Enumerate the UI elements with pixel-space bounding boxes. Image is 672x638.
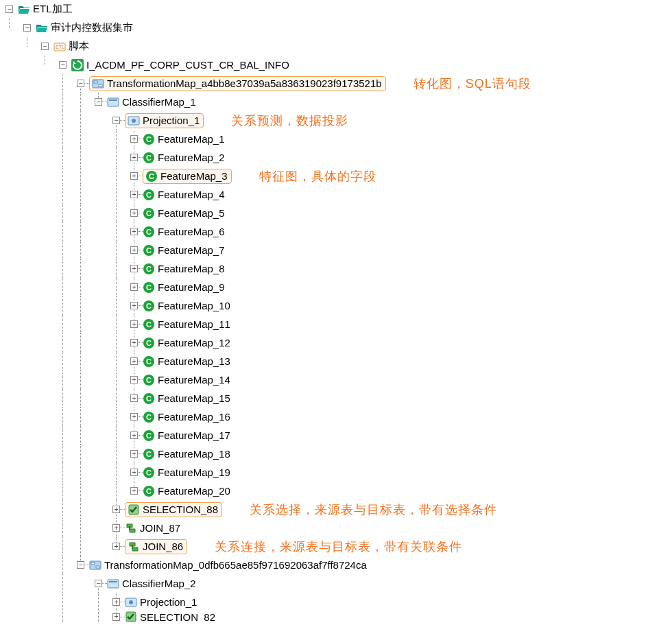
selection-icon bbox=[125, 611, 137, 622]
node-featuremap[interactable]: FeatureMap_18 bbox=[156, 448, 232, 460]
node-tmap2[interactable]: TransformationMap_0dfb665ae85f971692063a… bbox=[103, 559, 368, 571]
node-cmap2[interactable]: ClassifierMap_2 bbox=[121, 578, 197, 589]
node-featuremap[interactable]: FeatureMap_6 bbox=[156, 226, 226, 237]
node-featuremap[interactable]: FeatureMap_17 bbox=[156, 429, 232, 441]
toggle[interactable]: + bbox=[130, 283, 138, 291]
feature-icon bbox=[143, 133, 155, 145]
node-featuremap[interactable]: FeatureMap_11 bbox=[156, 318, 232, 330]
folder-open-icon bbox=[18, 3, 30, 16]
toggle[interactable]: + bbox=[112, 598, 120, 606]
toggle[interactable]: + bbox=[130, 209, 138, 217]
node-featuremap[interactable]: FeatureMap_10 bbox=[156, 300, 232, 311]
node-featuremap[interactable]: FeatureMap_3 bbox=[159, 170, 229, 182]
toggle[interactable]: + bbox=[130, 357, 138, 365]
toggle[interactable]: + bbox=[130, 191, 138, 198]
node-featuremap[interactable]: FeatureMap_8 bbox=[156, 263, 226, 274]
toggle[interactable]: + bbox=[112, 506, 120, 513]
toggle[interactable]: + bbox=[130, 394, 138, 402]
node-cmap1[interactable]: ClassifierMap_1 bbox=[121, 96, 197, 108]
node-script[interactable]: 脚本 bbox=[67, 40, 91, 53]
toggle[interactable]: + bbox=[130, 302, 138, 309]
feature-icon bbox=[143, 411, 155, 423]
toggle[interactable]: − bbox=[23, 24, 31, 32]
feature-icon bbox=[143, 244, 155, 257]
toggle[interactable]: − bbox=[77, 561, 84, 569]
toggle[interactable]: + bbox=[130, 172, 138, 180]
refresh-icon bbox=[71, 59, 84, 71]
toggle[interactable]: + bbox=[130, 432, 138, 439]
node-join86[interactable]: JOIN_86 bbox=[141, 541, 184, 552]
tmap-icon bbox=[92, 78, 104, 90]
node-acdm[interactable]: I_ACDM_PF_CORP_CUST_CR_BAL_INFO bbox=[85, 59, 291, 71]
node-sel88[interactable]: SELECTION_88 bbox=[141, 504, 219, 515]
node-featuremap[interactable]: FeatureMap_1 bbox=[156, 133, 226, 145]
toggle[interactable]: − bbox=[112, 117, 120, 124]
toggle[interactable]: + bbox=[130, 413, 138, 421]
node-join87[interactable]: JOIN_87 bbox=[139, 522, 182, 534]
node-featuremap[interactable]: FeatureMap_7 bbox=[156, 244, 226, 256]
toggle[interactable]: − bbox=[95, 580, 102, 587]
feature-icon bbox=[143, 189, 155, 201]
toggle[interactable]: + bbox=[130, 487, 138, 495]
toggle[interactable]: + bbox=[130, 246, 138, 254]
node-featuremap[interactable]: FeatureMap_16 bbox=[156, 411, 232, 423]
toggle[interactable]: + bbox=[130, 469, 138, 476]
node-featuremap[interactable]: FeatureMap_9 bbox=[156, 281, 226, 293]
feature-icon bbox=[143, 300, 155, 312]
join-icon bbox=[128, 541, 140, 553]
toggle[interactable]: + bbox=[112, 613, 120, 621]
feature-icon bbox=[143, 392, 155, 405]
tmap-icon bbox=[89, 559, 101, 571]
node-featuremap[interactable]: FeatureMap_2 bbox=[156, 152, 226, 163]
toggle[interactable]: − bbox=[77, 80, 84, 87]
node-etl[interactable]: ETL加工 bbox=[32, 3, 74, 16]
feature-icon bbox=[143, 337, 155, 349]
toggle[interactable]: + bbox=[130, 135, 138, 143]
node-audit[interactable]: 审计内控数据集市 bbox=[49, 21, 134, 34]
toggle[interactable]: + bbox=[130, 265, 138, 272]
node-featuremap[interactable]: FeatureMap_15 bbox=[156, 392, 232, 404]
toggle[interactable]: − bbox=[95, 98, 102, 106]
node-featuremap[interactable]: FeatureMap_4 bbox=[156, 189, 226, 200]
toggle[interactable]: + bbox=[130, 154, 138, 161]
annotation-sel88: 关系选择，来源表与目标表，带有选择条件 bbox=[250, 501, 497, 518]
node-featuremap[interactable]: FeatureMap_5 bbox=[156, 207, 226, 219]
node-featuremap[interactable]: FeatureMap_14 bbox=[156, 374, 232, 386]
cmap-icon bbox=[107, 578, 119, 590]
annotation-tmap1: 转化图，SQL语句段 bbox=[413, 75, 531, 92]
toggle[interactable]: + bbox=[130, 228, 138, 235]
folder-open-icon bbox=[36, 22, 48, 34]
feature-icon bbox=[143, 263, 155, 275]
toggle[interactable]: − bbox=[5, 5, 13, 13]
node-tmap1[interactable]: TransformationMap_a4bb8e37039a5a83631902… bbox=[106, 78, 383, 89]
toggle[interactable]: + bbox=[130, 320, 138, 328]
join-icon bbox=[125, 522, 137, 534]
toggle[interactable]: + bbox=[112, 524, 120, 532]
node-sel82[interactable]: SELECTION_82 bbox=[139, 611, 217, 622]
feature-icon bbox=[143, 429, 155, 442]
annotation-join86: 关系连接，来源表与目标表，带有关联条件 bbox=[215, 539, 462, 555]
toggle[interactable]: − bbox=[59, 61, 67, 69]
feature-icon bbox=[145, 170, 158, 182]
toggle[interactable]: − bbox=[41, 43, 49, 50]
node-proj1[interactable]: Projection_1 bbox=[141, 115, 201, 126]
feature-icon bbox=[143, 374, 155, 386]
annotation-fm3: 特征图，具体的字段 bbox=[259, 168, 376, 185]
tree-view: − ETL加工 − 审计内控数据集市 − 脚本 − I_ACDM_PF_CORP… bbox=[0, 0, 672, 622]
feature-icon bbox=[143, 226, 155, 238]
feature-icon bbox=[143, 485, 155, 497]
node-featuremap[interactable]: FeatureMap_20 bbox=[156, 485, 232, 497]
node-proj2[interactable]: Projection_1 bbox=[139, 596, 198, 608]
node-featuremap[interactable]: FeatureMap_12 bbox=[156, 337, 232, 348]
feature-icon bbox=[143, 281, 155, 294]
proj-icon bbox=[128, 115, 140, 127]
toggle[interactable]: + bbox=[130, 339, 138, 346]
feature-icon bbox=[143, 448, 155, 460]
feature-icon bbox=[143, 207, 155, 220]
node-featuremap[interactable]: FeatureMap_19 bbox=[156, 466, 232, 478]
feature-icon bbox=[143, 355, 155, 368]
node-featuremap[interactable]: FeatureMap_13 bbox=[156, 355, 232, 367]
toggle[interactable]: + bbox=[130, 376, 138, 383]
toggle[interactable]: + bbox=[112, 543, 120, 550]
toggle[interactable]: + bbox=[130, 450, 138, 458]
